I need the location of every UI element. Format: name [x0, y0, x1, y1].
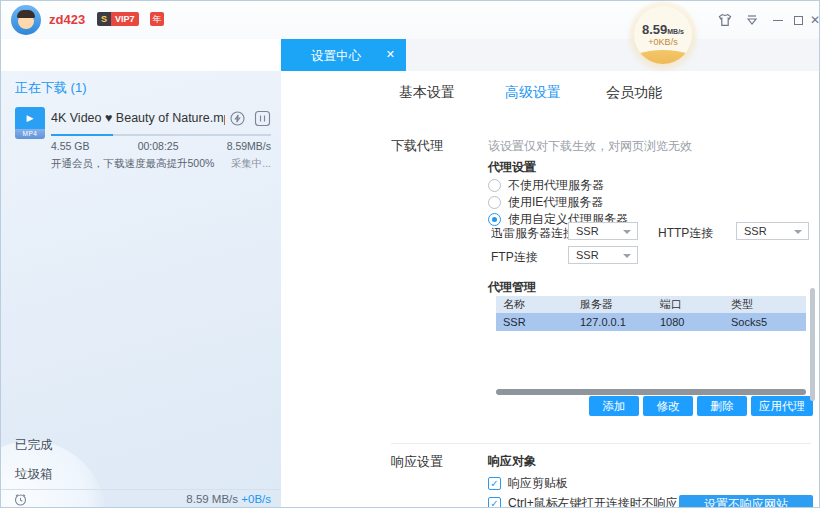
col-type: 类型: [731, 297, 806, 312]
task-time: 00:08:25: [138, 140, 179, 152]
proxy-group-title: 代理设置: [488, 159, 536, 176]
select-http-connection[interactable]: SSR: [736, 222, 809, 240]
year-badge-icon[interactable]: 年: [150, 12, 164, 26]
progress-bar: [51, 134, 271, 136]
radio-icon[interactable]: [488, 179, 501, 192]
toolbar: VIP 我的电脑: [1, 39, 281, 71]
tab-settings-label: 设置中心: [311, 48, 361, 65]
avatar-hair: [17, 10, 35, 18]
table-row-selected[interactable]: SSR 127.0.0.1 1080 Socks5: [496, 313, 806, 331]
main-menu-icon[interactable]: [744, 12, 760, 28]
statusbar-speed: 8.59 MB/s: [186, 493, 241, 505]
vertical-scrollbar[interactable]: [810, 288, 815, 401]
progress-fill: [51, 134, 113, 136]
skin-icon[interactable]: [717, 12, 733, 28]
label-http-connection: HTTP连接: [658, 225, 713, 242]
pause-task-icon[interactable]: [254, 110, 271, 127]
vip-badge[interactable]: S VIP7: [97, 12, 139, 26]
proxy-note: 该设置仅对下载生效，对网页浏览无效: [488, 138, 692, 155]
tab-member-features[interactable]: 会员功能: [606, 84, 662, 102]
vip-level-label: VIP7: [111, 12, 139, 26]
section-title-response: 响应设置: [391, 453, 443, 471]
section-title-download-proxy: 下载代理: [391, 137, 443, 155]
task-status: 采集中...: [231, 157, 271, 171]
cell-type: Socks5: [731, 316, 806, 328]
task-size: 4.55 GB: [51, 140, 90, 152]
col-port: 端口: [660, 297, 731, 312]
titlebar: zd423 S VIP7 年 8.59MB/s +0KB/s ✕: [1, 1, 820, 39]
select-ftp-connection[interactable]: SSR: [568, 246, 638, 264]
modify-proxy-button[interactable]: 修改: [643, 396, 693, 416]
task-promo-row: 开通会员，下载速度最高提升500% 采集中...: [51, 157, 271, 171]
task-stats-row: 4.55 GB 00:08:25 8.59MB/s: [51, 140, 271, 152]
play-icon: ▶: [15, 107, 45, 129]
sidebar-item-trash[interactable]: 垃圾箱: [15, 466, 53, 483]
task-filename[interactable]: 4K Video ♥ Beauty of Nature.mp4: [51, 111, 225, 125]
sidebar-item-completed[interactable]: 已完成: [15, 437, 53, 454]
proxy-table: 名称 服务器 端口 类型 SSR 127.0.0.1 1080 Socks5: [496, 296, 806, 331]
cell-server: 127.0.0.1: [580, 316, 660, 328]
select-arrow-icon: [794, 230, 802, 234]
label-thunder-connection: 迅雷服务器连接: [491, 225, 575, 242]
cell-name: SSR: [496, 316, 580, 328]
gauge-delta: +0KB/s: [634, 37, 692, 47]
downloading-header[interactable]: 正在下载 (1): [15, 79, 87, 97]
member-promo[interactable]: 开通会员，下载速度最高提升500%: [51, 157, 214, 171]
label-ftp-connection: FTP连接: [491, 249, 538, 266]
checkbox-checked-icon[interactable]: ✓: [488, 497, 501, 508]
radio-no-proxy[interactable]: 不使用代理服务器: [488, 177, 604, 194]
task-speed: 8.59MB/s: [227, 140, 271, 152]
sidebar: 正在下载 (1) ▶ MP4 4K Video ♥ Beauty of Natu…: [1, 71, 281, 508]
settings-panel: 基本设置 高级设置 会员功能 下载代理 该设置仅对下载生效，对网页浏览无效 代理…: [281, 71, 820, 508]
file-type-label: MP4: [15, 129, 45, 139]
minimize-button[interactable]: [770, 12, 786, 28]
set-no-response-sites-button[interactable]: 设置不响应网站: [679, 495, 813, 508]
tab-settings-center[interactable]: 设置中心 ✕: [281, 39, 406, 71]
response-group-title: 响应对象: [488, 453, 536, 470]
proxy-manage-title: 代理管理: [488, 279, 536, 296]
gauge-unit: MB/s: [667, 28, 684, 35]
avatar[interactable]: [11, 5, 41, 35]
checkbox-ctrl-click[interactable]: ✓ Ctrl+鼠标左键打开连接时不响应 i: [488, 495, 696, 508]
gauge-speed: 8.59: [642, 22, 667, 37]
mp4-file-icon: ▶ MP4: [15, 107, 45, 139]
tab-close-icon[interactable]: ✕: [386, 48, 395, 61]
add-proxy-button[interactable]: 添加: [589, 396, 639, 416]
username[interactable]: zd423: [49, 12, 85, 27]
sidebar-statusbar: 8.59 MB/s +0B/s: [1, 489, 281, 508]
maximize-button[interactable]: [790, 12, 806, 28]
select-arrow-icon: [623, 230, 631, 234]
horizontal-scrollbar[interactable]: [496, 389, 806, 395]
col-name: 名称: [496, 297, 580, 312]
select-thunder-connection[interactable]: SSR: [568, 222, 638, 240]
col-server: 服务器: [580, 297, 660, 312]
app-window: zd423 S VIP7 年 8.59MB/s +0KB/s ✕: [0, 0, 820, 508]
speed-gauge[interactable]: 8.59MB/s +0KB/s: [634, 6, 692, 64]
close-button[interactable]: ✕: [807, 12, 820, 28]
svip-icon: S: [97, 12, 111, 26]
radio-ie-proxy[interactable]: 使用IE代理服务器: [488, 194, 603, 211]
delete-proxy-button[interactable]: 删除: [697, 396, 747, 416]
tab-basic-settings[interactable]: 基本设置: [399, 84, 455, 102]
select-arrow-icon: [623, 254, 631, 258]
checkbox-checked-icon[interactable]: ✓: [488, 477, 501, 490]
section-divider: [391, 443, 811, 444]
checkbox-clipboard[interactable]: ✓ 响应剪贴板: [488, 475, 568, 492]
apply-proxy-button[interactable]: 应用代理: [751, 396, 813, 416]
boost-icon[interactable]: [229, 110, 246, 127]
radio-icon[interactable]: [488, 196, 501, 209]
table-header-row: 名称 服务器 端口 类型: [496, 296, 806, 313]
schedule-clock-icon[interactable]: [13, 492, 28, 507]
statusbar-delta: +0B/s: [241, 493, 271, 505]
cell-port: 1080: [660, 316, 731, 328]
tab-bar: 设置中心 ✕: [281, 39, 820, 71]
tab-advanced-settings[interactable]: 高级设置: [505, 84, 561, 102]
